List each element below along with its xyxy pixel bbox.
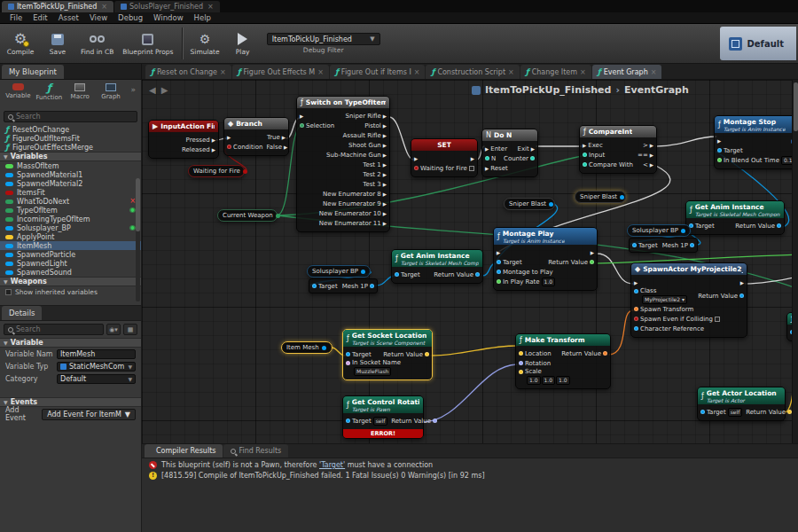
node-pin[interactable]: ▶	[497, 250, 500, 255]
defaults-button[interactable]: Default	[720, 27, 796, 60]
graph-node-get-anim-instance-right[interactable]: ƒGet Anim InstanceTarget is Skeletal Mes…	[685, 200, 785, 235]
simulate-button[interactable]: ⚙ Simulate	[186, 24, 224, 63]
variable-list-item[interactable]: SpawnedSound	[0, 268, 141, 277]
node-pin[interactable]: ▶	[485, 166, 489, 171]
node-pin[interactable]: ▶	[227, 135, 231, 140]
node-pin[interactable]: ▶	[383, 182, 387, 187]
graph-node-waiting-for-fire[interactable]: Waiting for Fire	[188, 165, 245, 177]
close-icon[interactable]: ×	[207, 3, 214, 11]
node-pin[interactable]	[777, 223, 781, 228]
variable-list-item[interactable]: SpawnedLight	[0, 259, 141, 268]
variable-list-item[interactable]: TypeOfItem ◉	[0, 206, 141, 215]
function-list-item[interactable]: ƒ ResetOnChange	[0, 125, 141, 134]
graph-node-set-waiting-for-fire[interactable]: SET▶▶Waiting for Fire	[411, 138, 478, 177]
node-pin[interactable]	[497, 260, 501, 264]
pin-checkbox[interactable]	[715, 317, 720, 322]
node-pin[interactable]	[243, 169, 247, 174]
variable-list-item[interactable]: ItemMesh	[0, 241, 141, 250]
weapons-section-header[interactable]: ▼ Weapons	[0, 277, 141, 286]
add-variable-button[interactable]: Variable	[4, 83, 33, 99]
my-blueprint-search-input[interactable]	[16, 113, 133, 121]
node-pin[interactable]: ▶	[212, 137, 215, 143]
add-event-dropdown[interactable]: Add Event For ItemM ▼	[42, 409, 136, 420]
menu-item[interactable]: File	[5, 13, 27, 22]
menu-item[interactable]: Help	[190, 13, 215, 22]
graph-node-solusplayer-bp-left[interactable]: Solusplayer BP	[307, 265, 371, 278]
menu-item[interactable]: Window	[149, 13, 188, 22]
node-pin[interactable]	[530, 156, 535, 160]
node-pin[interactable]: ▶	[414, 156, 418, 161]
variable-type-dropdown[interactable]: StaticMeshCom ▼	[57, 362, 136, 372]
pin-value[interactable]: MyProjectile2 ▾	[642, 295, 687, 304]
node-pin[interactable]: ▶	[634, 280, 638, 286]
graph-vertical-scrollbar[interactable]	[792, 80, 798, 443]
graph-canvas[interactable]: ▶InputAction FirePressed▶Released▶◆Branc…	[142, 80, 798, 443]
variable-list-item[interactable]: ApplyPoint	[0, 232, 141, 241]
add-macro-button[interactable]: Macro	[66, 83, 95, 100]
graph-node-get-actor-location[interactable]: ƒGet Actor LocationTarget is ActorTarget…	[697, 387, 786, 421]
graph-node-branch[interactable]: ◆Branch▶True▶ConditionFalse▶	[223, 117, 289, 156]
node-pin[interactable]	[603, 351, 607, 356]
graph-document-tab[interactable]: ƒ Figure Out if Items I ×	[330, 65, 426, 79]
node-pin[interactable]: ▶	[383, 143, 387, 148]
node-pin[interactable]: ▶	[485, 146, 489, 152]
variables-section-header[interactable]: ▼ Variables	[0, 152, 141, 161]
node-pin[interactable]: ▶	[717, 138, 721, 144]
graph-node-get-control-rotation[interactable]: ƒGet Control RotationTarget is PawnTarge…	[342, 395, 424, 439]
graph-node-compareint[interactable]: ƒCompareInt▶Exec>▶Input==▶Compare With<▶	[579, 125, 657, 174]
close-icon[interactable]: ×	[317, 68, 324, 76]
node-pin[interactable]: ▶	[740, 280, 744, 286]
variable-list-item[interactable]: ItemsFit	[0, 188, 141, 197]
node-pin[interactable]	[361, 270, 365, 274]
node-pin[interactable]	[519, 351, 523, 356]
debug-object-dropdown[interactable]: ItemToPickUp_Finished ▼	[267, 33, 380, 45]
details-search[interactable]	[4, 324, 104, 335]
close-icon[interactable]: ×	[414, 68, 420, 76]
node-pin[interactable]	[276, 214, 280, 218]
pin-value[interactable]: 1.0	[527, 376, 541, 385]
window-tab[interactable]: SolusPlayer_Finished ×	[114, 1, 220, 12]
visibility-filter-button[interactable]: ◉▾	[106, 324, 121, 335]
node-pin[interactable]	[549, 202, 553, 207]
my-blueprint-search[interactable]	[4, 111, 137, 122]
node-pin[interactable]	[690, 243, 694, 247]
add-function-button[interactable]: ƒ Function	[35, 83, 64, 101]
graph-node-mesh-1p-right[interactable]: TargetMesh 1P	[629, 238, 698, 253]
graph-document-tab[interactable]: ƒ Figure Out Effects M ×	[232, 65, 329, 79]
nav-forward-icon[interactable]: ▶	[161, 85, 168, 95]
node-pin[interactable]: ▶	[383, 172, 387, 177]
node-pin[interactable]	[717, 148, 722, 153]
node-pin[interactable]	[300, 123, 304, 128]
close-icon[interactable]: ×	[580, 68, 586, 76]
close-icon[interactable]: ×	[651, 68, 657, 76]
node-pin[interactable]	[227, 145, 231, 149]
close-icon[interactable]: ×	[508, 68, 514, 76]
tab-my-blueprint[interactable]: My Blueprint	[2, 65, 64, 79]
graph-node-sniper-blast-1[interactable]: Sniper Blast	[504, 198, 555, 210]
node-pin[interactable]: ▶	[531, 146, 535, 152]
node-pin[interactable]	[414, 166, 419, 170]
node-pin[interactable]	[497, 270, 501, 274]
pin-value[interactable]: 1.0	[542, 278, 556, 286]
graph-node-montage-play[interactable]: ƒMontage PlayTarget is Anim Instance▶▶Ta…	[493, 227, 598, 291]
nav-back-icon[interactable]: ◀	[149, 85, 156, 95]
node-pin[interactable]	[583, 162, 587, 167]
tab-find-results[interactable]: Find Results	[223, 444, 288, 458]
node-pin[interactable]: ▶	[212, 147, 215, 153]
variable-badge-icon[interactable]: ◉	[129, 224, 136, 231]
overflow-chevrons-icon[interactable]: »	[128, 83, 140, 96]
node-pin[interactable]: ▶	[383, 192, 387, 197]
node-pin[interactable]	[634, 307, 638, 311]
show-inherited-checkbox[interactable]	[5, 289, 12, 295]
node-pin[interactable]: ▶	[383, 221, 387, 226]
node-pin[interactable]	[312, 284, 317, 288]
variable-section-header[interactable]: ▼ Variable	[0, 338, 141, 348]
pin-value[interactable]: 1.0	[556, 376, 570, 385]
find-in-cb-button[interactable]: Find in CB	[76, 24, 118, 63]
variable-list-item[interactable]: IncomingTypeOfItem	[0, 215, 141, 223]
settings-grid-button[interactable]: ▦	[123, 324, 137, 335]
node-pin[interactable]	[632, 243, 637, 247]
graph-node-get-anim-instance-left[interactable]: ƒGet Anim InstanceTarget is Skeletal Mes…	[391, 249, 483, 284]
pin-checkbox[interactable]	[469, 166, 474, 171]
tab-compiler-results[interactable]: Compiler Results	[145, 444, 223, 458]
